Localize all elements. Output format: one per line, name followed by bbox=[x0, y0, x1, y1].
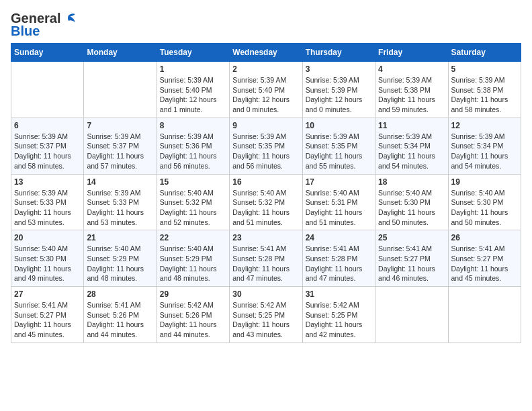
weekday-header: Friday bbox=[375, 44, 448, 62]
day-number: 14 bbox=[87, 177, 153, 187]
calendar-cell: 28Sunrise: 5:41 AM Sunset: 5:26 PM Dayli… bbox=[84, 287, 157, 343]
day-info: Sunrise: 5:39 AM Sunset: 5:37 PM Dayligh… bbox=[87, 132, 153, 171]
day-info: Sunrise: 5:41 AM Sunset: 5:27 PM Dayligh… bbox=[378, 244, 445, 283]
calendar-cell: 29Sunrise: 5:42 AM Sunset: 5:26 PM Dayli… bbox=[157, 287, 229, 343]
calendar-week-row: 13Sunrise: 5:39 AM Sunset: 5:33 PM Dayli… bbox=[11, 174, 521, 230]
logo: General Blue bbox=[11, 11, 77, 39]
day-info: Sunrise: 5:41 AM Sunset: 5:28 PM Dayligh… bbox=[232, 244, 299, 283]
calendar-cell: 8Sunrise: 5:39 AM Sunset: 5:36 PM Daylig… bbox=[157, 118, 229, 174]
day-number: 30 bbox=[232, 289, 299, 299]
calendar-cell: 20Sunrise: 5:40 AM Sunset: 5:30 PM Dayli… bbox=[11, 230, 84, 287]
day-number: 10 bbox=[306, 121, 372, 130]
calendar-week-row: 27Sunrise: 5:41 AM Sunset: 5:27 PM Dayli… bbox=[11, 287, 521, 343]
day-number: 23 bbox=[232, 233, 299, 242]
calendar-cell: 25Sunrise: 5:41 AM Sunset: 5:27 PM Dayli… bbox=[375, 230, 448, 287]
day-number: 21 bbox=[87, 233, 153, 242]
day-info: Sunrise: 5:42 AM Sunset: 5:26 PM Dayligh… bbox=[160, 300, 226, 340]
calendar-cell bbox=[448, 287, 521, 343]
day-info: Sunrise: 5:39 AM Sunset: 5:38 PM Dayligh… bbox=[451, 75, 518, 115]
calendar-cell bbox=[84, 62, 157, 118]
day-number: 16 bbox=[232, 177, 299, 187]
day-number: 19 bbox=[451, 177, 518, 187]
calendar-cell: 12Sunrise: 5:39 AM Sunset: 5:34 PM Dayli… bbox=[448, 118, 521, 174]
calendar-week-row: 20Sunrise: 5:40 AM Sunset: 5:30 PM Dayli… bbox=[11, 230, 521, 287]
calendar-cell: 27Sunrise: 5:41 AM Sunset: 5:27 PM Dayli… bbox=[11, 287, 84, 343]
day-number: 8 bbox=[160, 121, 226, 130]
day-info: Sunrise: 5:40 AM Sunset: 5:32 PM Dayligh… bbox=[160, 188, 226, 228]
weekday-header: Monday bbox=[84, 44, 157, 62]
calendar-cell: 1Sunrise: 5:39 AM Sunset: 5:40 PM Daylig… bbox=[157, 62, 229, 118]
day-info: Sunrise: 5:41 AM Sunset: 5:26 PM Dayligh… bbox=[87, 300, 153, 340]
calendar-cell: 19Sunrise: 5:40 AM Sunset: 5:30 PM Dayli… bbox=[448, 174, 521, 230]
calendar-week-row: 6Sunrise: 5:39 AM Sunset: 5:37 PM Daylig… bbox=[11, 118, 521, 174]
day-info: Sunrise: 5:39 AM Sunset: 5:33 PM Dayligh… bbox=[87, 188, 153, 228]
calendar-cell: 30Sunrise: 5:42 AM Sunset: 5:25 PM Dayli… bbox=[230, 287, 302, 343]
day-info: Sunrise: 5:39 AM Sunset: 5:39 PM Dayligh… bbox=[306, 75, 372, 115]
day-info: Sunrise: 5:39 AM Sunset: 5:40 PM Dayligh… bbox=[232, 75, 299, 115]
calendar-cell: 31Sunrise: 5:42 AM Sunset: 5:25 PM Dayli… bbox=[302, 287, 375, 343]
logo-blue: Blue bbox=[11, 24, 40, 39]
day-number: 1 bbox=[160, 64, 226, 74]
day-number: 6 bbox=[14, 121, 81, 130]
calendar-cell: 9Sunrise: 5:39 AM Sunset: 5:35 PM Daylig… bbox=[230, 118, 302, 174]
calendar-cell: 26Sunrise: 5:41 AM Sunset: 5:27 PM Dayli… bbox=[448, 230, 521, 287]
weekday-header: Tuesday bbox=[157, 44, 229, 62]
day-number: 28 bbox=[87, 289, 153, 299]
day-number: 20 bbox=[14, 233, 81, 242]
day-info: Sunrise: 5:39 AM Sunset: 5:36 PM Dayligh… bbox=[160, 132, 226, 171]
calendar-cell: 16Sunrise: 5:40 AM Sunset: 5:32 PM Dayli… bbox=[230, 174, 302, 230]
calendar-table: SundayMondayTuesdayWednesdayThursdayFrid… bbox=[11, 43, 521, 343]
day-info: Sunrise: 5:39 AM Sunset: 5:38 PM Dayligh… bbox=[378, 75, 445, 115]
day-number: 27 bbox=[14, 289, 81, 299]
day-number: 18 bbox=[378, 177, 445, 187]
day-info: Sunrise: 5:39 AM Sunset: 5:35 PM Dayligh… bbox=[232, 132, 299, 171]
day-number: 25 bbox=[378, 233, 445, 242]
weekday-header: Sunday bbox=[11, 44, 84, 62]
day-info: Sunrise: 5:42 AM Sunset: 5:25 PM Dayligh… bbox=[232, 300, 299, 340]
day-number: 24 bbox=[306, 233, 372, 242]
calendar-cell: 13Sunrise: 5:39 AM Sunset: 5:33 PM Dayli… bbox=[11, 174, 84, 230]
day-info: Sunrise: 5:40 AM Sunset: 5:29 PM Dayligh… bbox=[87, 244, 153, 283]
calendar-week-row: 1Sunrise: 5:39 AM Sunset: 5:40 PM Daylig… bbox=[11, 62, 521, 118]
page-header: General Blue bbox=[11, 11, 521, 39]
calendar-cell: 10Sunrise: 5:39 AM Sunset: 5:35 PM Dayli… bbox=[302, 118, 375, 174]
day-number: 22 bbox=[160, 233, 226, 242]
calendar-cell: 18Sunrise: 5:40 AM Sunset: 5:30 PM Dayli… bbox=[375, 174, 448, 230]
day-number: 9 bbox=[232, 121, 299, 130]
day-number: 26 bbox=[451, 233, 518, 242]
day-info: Sunrise: 5:39 AM Sunset: 5:33 PM Dayligh… bbox=[14, 188, 81, 228]
day-info: Sunrise: 5:39 AM Sunset: 5:40 PM Dayligh… bbox=[160, 75, 226, 115]
calendar-header-row: SundayMondayTuesdayWednesdayThursdayFrid… bbox=[11, 44, 521, 62]
calendar-cell: 14Sunrise: 5:39 AM Sunset: 5:33 PM Dayli… bbox=[84, 174, 157, 230]
calendar-cell: 3Sunrise: 5:39 AM Sunset: 5:39 PM Daylig… bbox=[302, 62, 375, 118]
day-number: 11 bbox=[378, 121, 445, 130]
calendar-cell: 7Sunrise: 5:39 AM Sunset: 5:37 PM Daylig… bbox=[84, 118, 157, 174]
day-info: Sunrise: 5:39 AM Sunset: 5:34 PM Dayligh… bbox=[451, 132, 518, 171]
calendar-cell: 11Sunrise: 5:39 AM Sunset: 5:34 PM Dayli… bbox=[375, 118, 448, 174]
calendar-cell: 2Sunrise: 5:39 AM Sunset: 5:40 PM Daylig… bbox=[230, 62, 302, 118]
calendar-cell bbox=[375, 287, 448, 343]
day-info: Sunrise: 5:39 AM Sunset: 5:34 PM Dayligh… bbox=[378, 132, 445, 171]
calendar-cell: 4Sunrise: 5:39 AM Sunset: 5:38 PM Daylig… bbox=[375, 62, 448, 118]
calendar-cell: 6Sunrise: 5:39 AM Sunset: 5:37 PM Daylig… bbox=[11, 118, 84, 174]
day-info: Sunrise: 5:40 AM Sunset: 5:31 PM Dayligh… bbox=[306, 188, 372, 228]
day-info: Sunrise: 5:39 AM Sunset: 5:35 PM Dayligh… bbox=[306, 132, 372, 171]
day-info: Sunrise: 5:41 AM Sunset: 5:28 PM Dayligh… bbox=[306, 244, 372, 283]
day-number: 3 bbox=[306, 64, 372, 74]
day-number: 5 bbox=[451, 64, 518, 74]
weekday-header: Thursday bbox=[302, 44, 375, 62]
day-number: 13 bbox=[14, 177, 81, 187]
calendar-cell: 22Sunrise: 5:40 AM Sunset: 5:29 PM Dayli… bbox=[157, 230, 229, 287]
day-info: Sunrise: 5:39 AM Sunset: 5:37 PM Dayligh… bbox=[14, 132, 81, 171]
day-info: Sunrise: 5:42 AM Sunset: 5:25 PM Dayligh… bbox=[306, 300, 372, 340]
day-info: Sunrise: 5:40 AM Sunset: 5:30 PM Dayligh… bbox=[378, 188, 445, 228]
weekday-header: Wednesday bbox=[230, 44, 302, 62]
day-info: Sunrise: 5:41 AM Sunset: 5:27 PM Dayligh… bbox=[14, 300, 81, 340]
day-number: 7 bbox=[87, 121, 153, 130]
day-info: Sunrise: 5:40 AM Sunset: 5:32 PM Dayligh… bbox=[232, 188, 299, 228]
calendar-cell: 24Sunrise: 5:41 AM Sunset: 5:28 PM Dayli… bbox=[302, 230, 375, 287]
calendar-cell: 23Sunrise: 5:41 AM Sunset: 5:28 PM Dayli… bbox=[230, 230, 302, 287]
day-number: 31 bbox=[306, 289, 372, 299]
calendar-cell: 21Sunrise: 5:40 AM Sunset: 5:29 PM Dayli… bbox=[84, 230, 157, 287]
day-number: 12 bbox=[451, 121, 518, 130]
